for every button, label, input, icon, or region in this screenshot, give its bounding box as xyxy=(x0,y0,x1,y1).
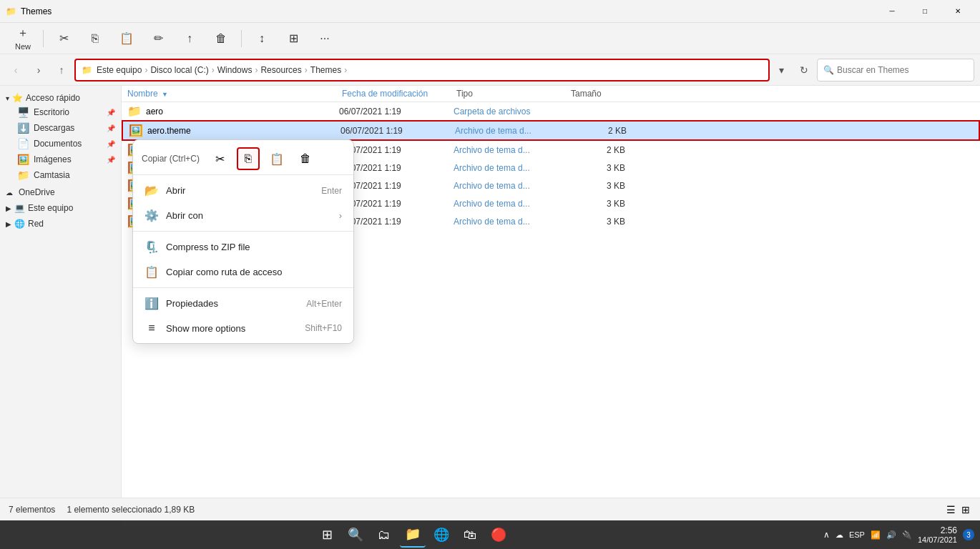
store-button[interactable]: 🛍 xyxy=(457,522,483,548)
close-button[interactable]: ✕ xyxy=(941,0,974,23)
address-bar: ‹ › ↑ 📁 Este equipo › Disco local (C:) ›… xyxy=(0,54,980,86)
este-equipo-header[interactable]: ▶ 💻 Este equipo xyxy=(0,202,121,214)
file-date: 06/07/2021 1:19 xyxy=(339,107,454,117)
ctx-item-shortcut: Shift+F10 xyxy=(305,323,342,333)
file-date: 06/07/2021 1:19 xyxy=(339,163,454,173)
forward-button[interactable]: › xyxy=(29,60,49,80)
breadcrumb-dropdown-button[interactable]: ▾ xyxy=(771,60,791,80)
sidebar-item-imagenes[interactable]: 🖼️ Imágenes 📌 xyxy=(0,152,121,167)
file-explorer-taskbar-button[interactable]: 📁 xyxy=(400,522,426,548)
back-button[interactable]: ‹ xyxy=(6,60,26,80)
file-size: 2 KB xyxy=(569,126,641,136)
onedrive-header[interactable]: ☁ OneDrive xyxy=(0,186,121,199)
grid-view-button[interactable]: ⊞ xyxy=(960,503,971,517)
quick-access-label: Acceso rápido xyxy=(26,93,80,103)
sidebar-item-camtasia[interactable]: 📁 Camtasia xyxy=(0,167,121,183)
delete-button[interactable]: 🗑 xyxy=(207,29,235,48)
rename-button[interactable]: ✏ xyxy=(144,29,172,48)
file-date: 06/07/2021 1:19 xyxy=(339,145,454,155)
new-button[interactable]: ＋ New xyxy=(9,23,37,54)
sidebar-item-documentos[interactable]: 📄 Documentos 📌 xyxy=(0,136,121,152)
file-type: Archivo de tema d... xyxy=(454,163,568,173)
ctx-item-label: Copiar como ruta de acceso xyxy=(166,267,335,277)
col-date-header[interactable]: Fecha de modificación xyxy=(342,89,456,99)
sidebar-item-escritorio[interactable]: 🖥️ Escritorio 📌 xyxy=(0,104,121,120)
search-bar[interactable]: 🔍 xyxy=(817,59,974,81)
red-section: ▶ 🌐 Red xyxy=(0,217,121,230)
more-icon: ··· xyxy=(320,32,329,45)
ctx-item-abrir[interactable]: 📂 Abrir Enter xyxy=(133,178,353,203)
search-input[interactable] xyxy=(837,65,968,75)
view-icon: ⊞ xyxy=(289,31,298,45)
breadcrumb-windows[interactable]: Windows xyxy=(217,65,253,75)
up-button[interactable]: ↑ xyxy=(52,60,72,80)
minimize-button[interactable]: ─ xyxy=(876,0,908,23)
sys-expand-icon[interactable]: ∧ xyxy=(823,530,830,540)
maximize-button[interactable]: □ xyxy=(908,0,941,23)
breadcrumb-resources[interactable]: Resources xyxy=(260,65,301,75)
taskbar-right: ∧ ☁ ESP 📶 🔊 🔌 2:56 14/07/2021 3 xyxy=(823,525,974,544)
ctx-paste-button[interactable]: 📋 xyxy=(265,147,288,170)
ctx-item-copiar-como-ruta-de-acceso[interactable]: 📋 Copiar como ruta de acceso xyxy=(133,259,353,285)
search-button[interactable]: 🔍 xyxy=(343,522,368,548)
battery-icon: 🔌 xyxy=(902,530,912,540)
red-header[interactable]: ▶ 🌐 Red xyxy=(0,217,121,230)
file-row[interactable]: 📁 aero 06/07/2021 1:19 Carpeta de archiv… xyxy=(122,102,980,120)
ctx-delete-button[interactable]: 🗑 xyxy=(294,147,317,170)
notification-badge[interactable]: 3 xyxy=(963,529,974,540)
sidebar-item-label: Descargas xyxy=(34,123,74,133)
cut-button[interactable]: ✂ xyxy=(49,29,78,48)
col-name-header[interactable]: Nombre ▼ xyxy=(127,89,342,99)
ctx-copy-button[interactable]: ⎘ xyxy=(237,147,260,170)
office-button[interactable]: 🔴 xyxy=(486,522,511,548)
ctx-cut-button[interactable]: ✂ xyxy=(208,147,231,170)
task-view-button[interactable]: 🗂 xyxy=(371,522,397,548)
file-size: 3 KB xyxy=(568,163,640,173)
share-icon: ↑ xyxy=(187,32,192,45)
volume-icon: 🔊 xyxy=(886,530,896,540)
ctx-item-show-more-options[interactable]: ≡ Show more options Shift+F10 xyxy=(133,316,353,340)
taskbar-clock[interactable]: 2:56 14/07/2021 xyxy=(918,525,957,544)
copy-tooltip-label: Copiar (Ctrl+C) xyxy=(142,154,200,164)
file-row[interactable]: 🖼️ aero.theme 06/07/2021 1:19 Archivo de… xyxy=(122,120,980,141)
este-equipo-label: Este equipo xyxy=(28,203,73,213)
breadcrumb-este-equipo[interactable]: Este equipo xyxy=(97,65,142,75)
ctx-item-icon: 🗜️ xyxy=(144,240,159,254)
sidebar-item-descargas[interactable]: ⬇️ Descargas 📌 xyxy=(0,120,121,136)
ctx-item-icon: 📋 xyxy=(144,265,159,279)
view-button[interactable]: ⊞ xyxy=(279,29,308,48)
pin-icon-4: 📌 xyxy=(107,156,115,164)
file-icon: 📁 xyxy=(127,104,142,118)
sort-button[interactable]: ↕ xyxy=(248,29,276,48)
edge-button[interactable]: 🌐 xyxy=(428,522,454,548)
ctx-item-compress-to-zip-file[interactable]: 🗜️ Compress to ZIP file xyxy=(133,234,353,259)
refresh-button[interactable]: ↻ xyxy=(794,60,814,80)
col-type-header[interactable]: Tipo xyxy=(456,89,571,99)
col-size-header[interactable]: Tamaño xyxy=(571,89,642,99)
file-count: 7 elementos xyxy=(9,505,55,515)
paste-button[interactable]: 📋 xyxy=(112,29,141,48)
quick-access-header[interactable]: ▾ ⭐ Acceso rápido xyxy=(0,92,121,104)
onedrive-label: OneDrive xyxy=(19,187,55,197)
window-controls: ─ □ ✕ xyxy=(876,0,974,23)
list-view-button[interactable]: ☰ xyxy=(945,503,957,517)
ctx-item-icon: ℹ️ xyxy=(144,297,159,310)
cloud-icon: ☁ xyxy=(836,530,843,540)
title-text: Themes xyxy=(21,6,52,16)
breadcrumb-themes[interactable]: Themes xyxy=(310,65,341,75)
toolbar-separator xyxy=(43,30,44,47)
time-display: 2:56 xyxy=(918,525,957,535)
ctx-item-propiedades[interactable]: ℹ️ Propiedades Alt+Enter xyxy=(133,291,353,316)
red-arrow: ▶ xyxy=(6,220,11,228)
breadcrumb-folder-icon: 📁 xyxy=(82,65,92,75)
start-button[interactable]: ⊞ xyxy=(314,522,340,548)
toolbar: ＋ New ✂ ⎘ 📋 ✏ ↑ 🗑 ↕ ⊞ ··· xyxy=(0,23,980,54)
ctx-item-abrir-con[interactable]: ⚙️ Abrir con › xyxy=(133,203,353,228)
copy-button[interactable]: ⎘ xyxy=(81,29,109,48)
breadcrumb[interactable]: 📁 Este equipo › Disco local (C:) › Windo… xyxy=(74,59,770,81)
paste-icon: 📋 xyxy=(119,31,134,45)
more-button[interactable]: ··· xyxy=(310,29,339,48)
share-button[interactable]: ↑ xyxy=(175,29,204,48)
file-type: Archivo de tema d... xyxy=(454,199,568,209)
breadcrumb-disco-local[interactable]: Disco local (C:) xyxy=(150,65,208,75)
